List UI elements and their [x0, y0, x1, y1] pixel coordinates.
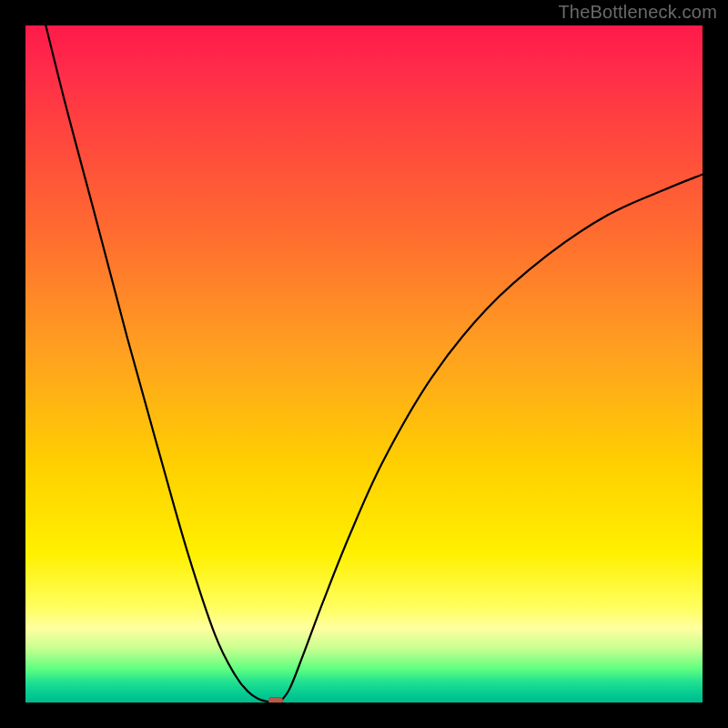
curve-right — [279, 175, 703, 703]
plot-area — [25, 25, 703, 703]
optimum-marker — [268, 697, 283, 703]
curve-layer — [25, 25, 703, 703]
curve-left — [46, 25, 272, 703]
chart-frame: TheBottleneck.com — [0, 0, 728, 728]
watermark-text: TheBottleneck.com — [558, 2, 717, 23]
